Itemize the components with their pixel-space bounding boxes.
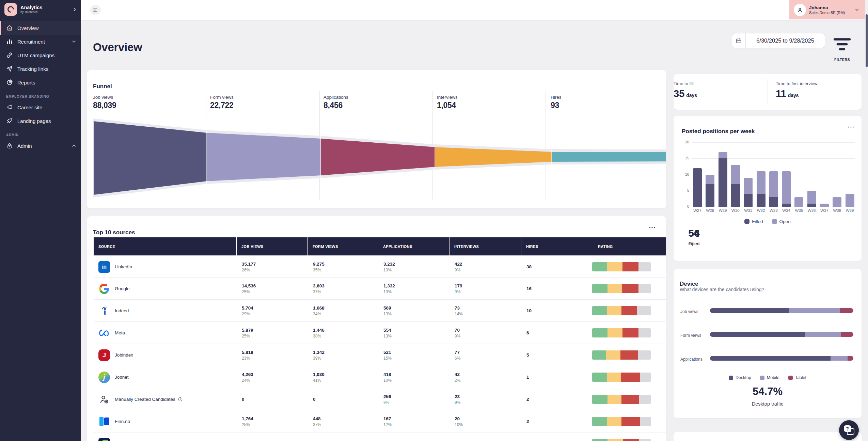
open-segment bbox=[719, 152, 727, 158]
rating-segment bbox=[592, 284, 607, 293]
hires-cell: 2 bbox=[526, 388, 529, 410]
date-range-picker[interactable]: 6/30/2025 to 9/28/2025 bbox=[732, 33, 825, 48]
interviews-cell: 422% bbox=[455, 366, 460, 388]
funnel-stage-value: 22,722 bbox=[210, 101, 234, 110]
time-metrics-card: Time to first interview 11days Time to f… bbox=[674, 74, 862, 110]
source-row-jobnet: j Jobnet 4,26324% 1,03041% 41810% 422% 1 bbox=[94, 366, 666, 388]
source-row-meta: Meta 5,87925% 1,44638% 55413% 709% 6 bbox=[94, 322, 666, 344]
column-header-hires: HIRES bbox=[521, 237, 593, 255]
dots-icon[interactable] bbox=[847, 123, 855, 131]
filters-button[interactable]: FILTERS bbox=[830, 32, 854, 62]
form-views-cell: 395 bbox=[313, 432, 321, 441]
legend-item-filled: Filled bbox=[744, 219, 763, 224]
user-role: Sales Demo SE (RM) bbox=[809, 11, 845, 15]
sidebar: Analytics by Talentech Overview Recruitm… bbox=[0, 0, 81, 441]
sidebar-item-overview[interactable]: Overview bbox=[0, 21, 81, 35]
rating-bar bbox=[592, 417, 651, 426]
finn-logo bbox=[98, 410, 110, 432]
legend-item-tablet: Tablet bbox=[788, 375, 806, 380]
bar-w38 bbox=[833, 197, 841, 207]
sidebar-nav: Overview Recruitment UTM campaigns Track… bbox=[0, 19, 81, 195]
section-employer-branding: EMPLOYER BRANDING bbox=[0, 95, 81, 98]
admin-sub-list bbox=[0, 153, 81, 195]
form-views-cell: 9,27535% bbox=[313, 256, 325, 278]
scrollbar-thumb[interactable] bbox=[866, 14, 868, 67]
chevron-down-icon[interactable] bbox=[72, 39, 76, 44]
device-card: Device What devices are the candidates u… bbox=[674, 269, 862, 418]
hires-cell: 5 bbox=[526, 344, 529, 366]
app-title: Analytics bbox=[20, 5, 42, 10]
legend-swatch bbox=[772, 219, 777, 224]
interviews-cell: 7314% bbox=[455, 300, 463, 322]
open-segment bbox=[731, 165, 740, 184]
linkedin-logo: in bbox=[98, 256, 110, 278]
rating-segment bbox=[592, 262, 607, 271]
calendar-icon[interactable] bbox=[732, 33, 746, 48]
rating-bar bbox=[592, 439, 651, 441]
sidebar-subitem-application-states[interactable] bbox=[0, 167, 81, 181]
rating-segment bbox=[638, 350, 651, 360]
source-name: LinkedIn bbox=[115, 264, 132, 269]
applications-cell: 2569% bbox=[383, 388, 391, 410]
rating-segment bbox=[607, 306, 621, 315]
user-menu[interactable]: Johanna Sales Demo SE (RM) bbox=[789, 0, 868, 19]
funnel-chart bbox=[93, 119, 666, 200]
open-segment bbox=[769, 171, 778, 197]
filled-segment bbox=[807, 204, 816, 207]
sidebar-item-reports[interactable]: Reports bbox=[0, 76, 81, 89]
sidebar-item-admin[interactable]: Admin bbox=[0, 139, 81, 153]
pie-icon bbox=[6, 79, 13, 86]
sidebar-item-tracking-links[interactable]: Tracking links bbox=[0, 62, 81, 76]
applications-cell: 159 bbox=[383, 432, 391, 441]
time-metric: Time to first interview 11days bbox=[776, 81, 817, 99]
sidebar-item-utm-campaigns[interactable]: UTM campaigns bbox=[0, 48, 81, 62]
lock-icon bbox=[6, 142, 13, 149]
indeed-logo bbox=[98, 300, 110, 322]
rating-segment bbox=[592, 350, 606, 360]
desktop-segment bbox=[710, 308, 789, 313]
interviews-cell: 4229% bbox=[455, 256, 462, 278]
rating-bar bbox=[592, 350, 651, 360]
menu-toggle-button[interactable] bbox=[90, 5, 101, 15]
open-segment bbox=[807, 191, 816, 204]
person-icon bbox=[796, 6, 803, 13]
open-segment bbox=[782, 171, 791, 204]
interviews-cell: 709% bbox=[455, 322, 460, 344]
dots-icon[interactable] bbox=[648, 224, 656, 231]
funnel-stage-value: 1,054 bbox=[437, 101, 458, 110]
interviews-cell: 1799% bbox=[455, 278, 462, 300]
time-metric-unit: days bbox=[788, 93, 799, 98]
sources-title: Top 10 sources bbox=[93, 229, 135, 236]
bar-w35 bbox=[794, 197, 803, 207]
sidebar-subitem-users[interactable] bbox=[0, 153, 81, 167]
legend-swatch bbox=[744, 219, 749, 224]
open-segment bbox=[833, 197, 841, 207]
sidebar-item-career-site[interactable]: Career site bbox=[0, 100, 81, 114]
applications-cell: 56913% bbox=[383, 300, 392, 322]
y-tick-label: 20 bbox=[678, 140, 689, 144]
form-views-cell: 3,60337% bbox=[313, 278, 325, 300]
sidebar-item-recruitment[interactable]: Recruitment bbox=[0, 35, 81, 48]
job-views-cell: 35,17726% bbox=[242, 256, 256, 278]
y-tick-label: 5 bbox=[678, 188, 689, 192]
chevron-up-icon[interactable] bbox=[72, 143, 76, 148]
sidebar-item-label: Landing pages bbox=[17, 118, 51, 124]
date-range-value[interactable]: 6/30/2025 to 9/28/2025 bbox=[746, 37, 825, 44]
interviews-cell: 2010% bbox=[455, 410, 463, 432]
filled-segment bbox=[744, 194, 753, 207]
bar-w32 bbox=[757, 171, 766, 207]
tablet-segment bbox=[841, 332, 853, 337]
chevron-right-icon[interactable] bbox=[72, 7, 77, 12]
open-segment bbox=[820, 204, 829, 207]
help-chat-button[interactable]: ? bbox=[839, 420, 859, 440]
info-icon[interactable] bbox=[178, 397, 183, 402]
admin-nav-list: Admin bbox=[0, 137, 81, 153]
source-name: Indeed bbox=[115, 308, 129, 313]
app-logo[interactable]: Analytics by Talentech bbox=[0, 0, 81, 19]
time-metric-label: Time to first interview bbox=[776, 81, 817, 86]
sidebar-subitem-rankings[interactable] bbox=[0, 181, 81, 195]
interviews-cell: 239% bbox=[455, 388, 460, 410]
x-tick-label: W39 bbox=[842, 208, 857, 212]
sidebar-item-landing-pages[interactable]: Landing pages bbox=[0, 114, 81, 128]
funnel-stage-label: Applications bbox=[323, 95, 348, 100]
